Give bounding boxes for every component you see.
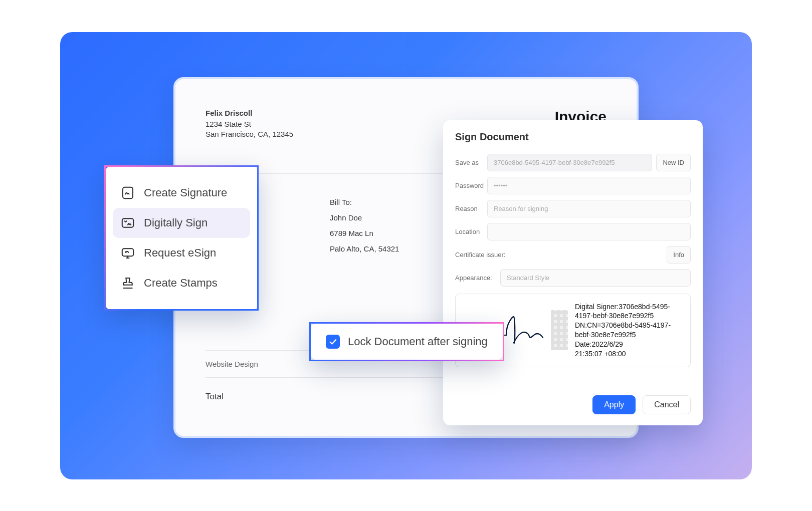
sig-meta-line: DN:CN=3706e8bd-5495-4197- — [575, 321, 671, 330]
menu-digitally-sign[interactable]: Digitally Sign — [113, 208, 250, 238]
request-esign-icon — [120, 245, 136, 261]
signature-icon — [120, 185, 136, 201]
from-city: San Francisco, CA, 12345 — [206, 129, 293, 139]
appearance-select[interactable] — [500, 269, 691, 287]
total-label: Total — [206, 392, 224, 402]
menu-label: Create Signature — [144, 186, 227, 199]
location-field[interactable] — [487, 223, 691, 240]
menu-label: Digitally Sign — [144, 216, 208, 229]
dialog-title: Sign Document — [455, 131, 691, 143]
lock-label: Lock Document after signing — [348, 335, 488, 348]
svg-rect-2 — [122, 248, 134, 256]
menu-create-signature[interactable]: Create Signature — [113, 178, 250, 208]
label-reason: Reason — [455, 205, 487, 212]
billto-name: John Doe — [330, 213, 399, 222]
qr-stub — [551, 310, 568, 350]
sig-meta-line: 4197-bebf-30e8e7e992f5 — [575, 311, 671, 321]
label-cert: Certificate issuer: — [455, 251, 518, 259]
hero-stage: Felix Driscoll 1234 State St San Francis… — [60, 32, 752, 479]
sig-meta-line: Date:2022/6/29 — [575, 340, 671, 349]
cancel-button[interactable]: Cancel — [643, 395, 691, 414]
from-street: 1234 State St — [206, 119, 293, 129]
from-name: Felix Driscoll — [206, 108, 293, 118]
lock-document-toggle[interactable]: Lock Document after signing — [309, 322, 504, 361]
info-button[interactable]: Info — [667, 246, 691, 264]
label-appearance: Appearance: — [455, 274, 500, 282]
invoice-from: Felix Driscoll 1234 State St San Francis… — [206, 108, 293, 140]
billto-label: Bill To: — [330, 198, 399, 206]
new-id-button[interactable]: New ID — [656, 154, 691, 171]
stamp-icon — [120, 275, 136, 291]
menu-label: Request eSign — [144, 246, 216, 260]
sig-meta-line: bebf-30e8e7e992f5 — [575, 330, 671, 340]
billto-city: Palo Alto, CA, 54321 — [330, 244, 399, 253]
label-password: Password — [455, 182, 487, 189]
password-field[interactable] — [487, 177, 691, 194]
save-as-field[interactable] — [487, 154, 652, 171]
reason-field[interactable] — [487, 200, 691, 217]
label-save-as: Save as — [455, 159, 487, 166]
billto-street: 6789 Mac Ln — [330, 229, 399, 237]
sig-meta-line: Digital Signer:3706e8bd-5495- — [575, 302, 671, 312]
sign-document-dialog: Sign Document Save as New ID Password Re… — [443, 120, 703, 425]
checkbox-checked-icon — [326, 335, 340, 349]
apply-button[interactable]: Apply — [592, 395, 636, 414]
menu-label: Create Stamps — [144, 277, 218, 290]
label-location: Location — [455, 228, 487, 235]
menu-request-esign[interactable]: Request eSign — [113, 238, 250, 268]
sig-meta-line: 21:35:07 +08:00 — [575, 349, 671, 359]
sign-menu: Create Signature Digitally Sign Request … — [104, 165, 259, 311]
signature-meta: Digital Signer:3706e8bd-5495- 4197-bebf-… — [575, 302, 671, 359]
menu-create-stamps[interactable]: Create Stamps — [113, 268, 250, 298]
digital-sign-icon — [120, 215, 136, 231]
svg-rect-1 — [122, 218, 134, 227]
